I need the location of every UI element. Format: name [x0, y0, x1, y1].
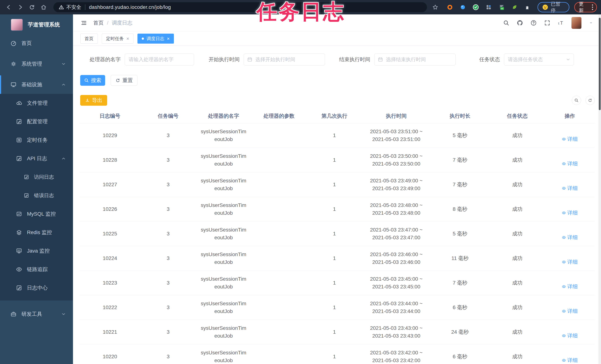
browser-forward-button[interactable]: [16, 3, 25, 12]
breadcrumb-current: 调度日志: [112, 20, 132, 26]
col-handler-name: 处理器的名字: [196, 109, 251, 123]
detail-link[interactable]: 详细: [562, 184, 578, 192]
begin-time-input[interactable]: [244, 54, 325, 65]
end-time-input[interactable]: [374, 54, 456, 65]
extension-orange-icon[interactable]: [446, 3, 454, 11]
cell-handler-name: sysUserSessionTim eoutJob: [196, 295, 251, 320]
browser-menu-icon[interactable]: [592, 4, 593, 10]
extension-grid-icon[interactable]: [485, 3, 492, 11]
sidebar-item-config-management[interactable]: 配置管理: [0, 112, 73, 131]
user-avatar[interactable]: [571, 17, 581, 29]
export-button[interactable]: 导出: [80, 95, 107, 106]
filter-form: 处理器的名字 开始执行时间 结束执行时间: [73, 54, 601, 65]
caret-down-icon[interactable]: [589, 21, 593, 25]
status-select[interactable]: 请选择任务状态: [504, 54, 574, 65]
cell-handler-name: sysUserSessionTim eoutJob: [196, 320, 251, 344]
extension-on-badge-icon[interactable]: on: [498, 3, 505, 11]
font-size-icon[interactable]: [558, 20, 564, 26]
detail-link-label: 详细: [567, 184, 578, 192]
detail-link-label: 详细: [567, 307, 578, 315]
github-icon[interactable]: [517, 20, 523, 26]
handler-name-input[interactable]: [125, 54, 194, 65]
search-icon: [574, 98, 579, 102]
search-icon[interactable]: [503, 20, 509, 26]
insecure-warning[interactable]: 不安全: [59, 4, 81, 10]
detail-link[interactable]: 详细: [562, 233, 578, 241]
cell-execute-time: 2021-05-03 23:44:00 ~ 2021-05-03 23:44:0…: [362, 295, 431, 320]
tab-scheduled-tasks[interactable]: 定时任务 ×: [102, 34, 133, 44]
sidebar-item-error-logs[interactable]: 错误日志: [0, 186, 73, 205]
sidebar-collapse-icon[interactable]: [81, 20, 87, 26]
sidebar-item-mysql-monitor[interactable]: MySQL 监控: [0, 205, 73, 223]
browser-home-button[interactable]: [39, 3, 48, 12]
browser-back-button[interactable]: [4, 3, 13, 12]
detail-link-label: 详细: [567, 160, 578, 168]
toggle-search-button[interactable]: [572, 96, 581, 105]
sidebar-item-label: 基础设施: [21, 81, 42, 88]
extension-v-green-icon[interactable]: [472, 3, 480, 11]
log-icon: [24, 193, 29, 198]
sidebar-item-java-monitor[interactable]: Java 监控: [0, 242, 73, 260]
app-logo[interactable]: 芋道管理系统: [0, 14, 73, 33]
bookmark-star-icon[interactable]: [432, 4, 438, 10]
detail-link[interactable]: 详细: [562, 356, 578, 364]
reset-button[interactable]: 重置: [111, 75, 138, 86]
extensions-puzzle-icon[interactable]: [524, 3, 531, 11]
profile-paused-chip[interactable]: 已暂停: [537, 2, 569, 12]
begin-time-label: 开始执行时间: [207, 56, 240, 63]
close-icon[interactable]: ×: [126, 36, 129, 41]
sidebar-item-infrastructure[interactable]: 基础设施: [0, 75, 73, 94]
col-job-id: 任务编号: [140, 109, 196, 123]
table-tools: [572, 96, 595, 105]
sidebar-item-api-logs[interactable]: API 日志: [0, 149, 73, 168]
eye-icon: [562, 137, 566, 141]
detail-link[interactable]: 详细: [562, 307, 578, 315]
cell-execute-index: 1: [307, 148, 362, 172]
eye-icon: [562, 260, 566, 264]
refresh-table-button[interactable]: [585, 96, 595, 105]
browser-reload-button[interactable]: [27, 3, 36, 12]
cell-execute-time: 2021-05-03 23:46:00 ~ 2021-05-03 23:46:0…: [362, 246, 431, 271]
sidebar-item-access-logs[interactable]: 访问日志: [0, 168, 73, 186]
col-duration: 执行时长: [431, 109, 490, 123]
breadcrumb-home[interactable]: 首页: [93, 20, 104, 26]
extension-leaf-icon[interactable]: [511, 3, 518, 11]
tab-home[interactable]: 首页: [80, 34, 98, 44]
cell-execute-index: 1: [307, 271, 362, 295]
sidebar-item-dev-tools[interactable]: 研发工具: [0, 305, 73, 323]
sidebar-item-scheduled-tasks[interactable]: 定时任务: [0, 131, 73, 149]
detail-link[interactable]: 详细: [562, 332, 578, 340]
browser-update-chip[interactable]: 更新: [574, 2, 597, 12]
search-button[interactable]: 搜索: [80, 75, 105, 86]
sidebar-item-log-center[interactable]: 日志中心: [0, 279, 73, 297]
detail-link[interactable]: 详细: [562, 135, 578, 143]
url-divider: [85, 4, 85, 10]
close-icon[interactable]: ×: [167, 36, 170, 41]
eye-icon: [562, 309, 566, 313]
address-bar[interactable]: 不安全 dashboard.yudao.iocoder.cn/job/log: [53, 2, 427, 12]
cell-duration: 7 毫秒: [431, 148, 490, 172]
dashboard-icon: [10, 40, 17, 46]
detail-link[interactable]: 详细: [562, 258, 578, 266]
extension-blue-icon[interactable]: [459, 3, 467, 11]
eye-icon: [562, 358, 566, 362]
detail-link[interactable]: 详细: [562, 283, 578, 291]
sidebar-item-redis-monitor[interactable]: Redis 监控: [0, 223, 73, 242]
cell-duration: 5 毫秒: [431, 221, 490, 246]
page-content: 处理器的名字 开始执行时间 结束执行时间: [73, 46, 601, 364]
database-icon: [16, 211, 22, 217]
cell-actions: 详细: [545, 320, 594, 344]
fullscreen-icon[interactable]: [544, 20, 550, 26]
status-label: 任务状态: [479, 56, 500, 63]
cell-handler-param: [251, 123, 307, 148]
detail-link[interactable]: 详细: [562, 209, 578, 217]
window-scrollbar[interactable]: [598, 14, 601, 364]
detail-link[interactable]: 详细: [562, 160, 578, 168]
sidebar-item-file-management[interactable]: 文件管理: [0, 94, 73, 112]
sidebar-item-system-management[interactable]: 系统管理: [0, 55, 73, 73]
sidebar-item-tracing[interactable]: 链路追踪: [0, 260, 73, 279]
help-icon[interactable]: [531, 20, 537, 26]
tab-job-log[interactable]: 调度日志 ×: [138, 34, 174, 44]
sidebar-item-home[interactable]: 首页: [0, 34, 73, 52]
scrollbar-thumb[interactable]: [599, 18, 601, 110]
